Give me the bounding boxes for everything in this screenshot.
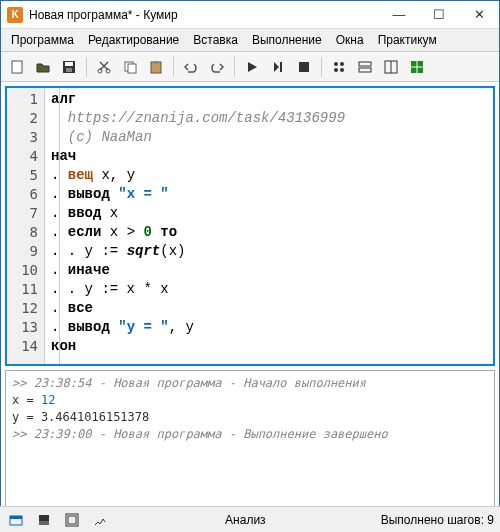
svg-rect-26 — [39, 521, 49, 525]
menu-практикум[interactable]: Практикум — [372, 31, 443, 49]
line-number: 1 — [9, 90, 38, 109]
window-controls: ― ☐ ✕ — [379, 1, 499, 29]
svg-rect-16 — [359, 62, 371, 66]
stop-button[interactable] — [292, 55, 316, 79]
code-line[interactable]: . вещ x, y — [51, 166, 487, 185]
line-number: 2 — [9, 109, 38, 128]
status-icon-3[interactable] — [62, 510, 82, 530]
menu-вставка[interactable]: Вставка — [187, 31, 244, 49]
new-button[interactable] — [5, 55, 29, 79]
redo-button[interactable] — [205, 55, 229, 79]
svg-point-12 — [334, 62, 338, 66]
step-button[interactable] — [266, 55, 290, 79]
code-line[interactable]: нач — [51, 147, 487, 166]
console-line: >> 23:39:00 - Новая программа - Выполнен… — [12, 426, 488, 443]
save-button[interactable] — [57, 55, 81, 79]
line-number: 8 — [9, 223, 38, 242]
layout2-button[interactable] — [353, 55, 377, 79]
run-button[interactable] — [240, 55, 264, 79]
layout4-button[interactable] — [405, 55, 429, 79]
titlebar: K Новая программа* - Кумир ― ☐ ✕ — [1, 1, 499, 29]
line-number: 9 — [9, 242, 38, 261]
svg-rect-7 — [128, 64, 136, 73]
svg-rect-3 — [66, 68, 72, 72]
code-editor[interactable]: 1234567891011121314 алг https://znanija.… — [5, 86, 495, 366]
svg-rect-24 — [10, 516, 22, 519]
svg-rect-28 — [68, 516, 76, 524]
maximize-button[interactable]: ☐ — [419, 1, 459, 29]
margin-line — [59, 88, 60, 364]
code-line[interactable]: . если x > 0 то — [51, 223, 487, 242]
code-line[interactable]: алг — [51, 90, 487, 109]
line-number: 5 — [9, 166, 38, 185]
code-line[interactable]: https://znanija.com/task/43136999 — [51, 109, 487, 128]
code-line[interactable]: . вывод "y = ", y — [51, 318, 487, 337]
line-number: 11 — [9, 280, 38, 299]
menubar: ПрограммаРедактированиеВставкаВыполнение… — [1, 29, 499, 52]
status-icon-2[interactable] — [34, 510, 54, 530]
line-number: 14 — [9, 337, 38, 356]
window-title: Новая программа* - Кумир — [29, 8, 379, 22]
menu-редактирование[interactable]: Редактирование — [82, 31, 185, 49]
cut-button[interactable] — [92, 55, 116, 79]
undo-button[interactable] — [179, 55, 203, 79]
layout3-button[interactable] — [379, 55, 403, 79]
app-icon: K — [7, 7, 23, 23]
svg-point-15 — [340, 68, 344, 72]
line-number: 10 — [9, 261, 38, 280]
svg-rect-0 — [12, 61, 22, 73]
code-line[interactable]: . ввод x — [51, 204, 487, 223]
menu-окна[interactable]: Окна — [330, 31, 370, 49]
code-line[interactable]: . . y := sqrt(x) — [51, 242, 487, 261]
minimize-button[interactable]: ― — [379, 1, 419, 29]
steps-label: Выполнено шагов: 9 — [381, 513, 494, 527]
toolbar — [1, 52, 499, 82]
separator — [173, 57, 174, 77]
line-number: 6 — [9, 185, 38, 204]
statusbar: Анализ Выполнено шагов: 9 — [0, 506, 500, 532]
svg-rect-9 — [154, 61, 158, 64]
code-line[interactable]: . иначе — [51, 261, 487, 280]
code-line[interactable]: . все — [51, 299, 487, 318]
line-number: 7 — [9, 204, 38, 223]
line-number: 4 — [9, 147, 38, 166]
code-area[interactable]: алг https://znanija.com/task/43136999 (c… — [45, 88, 493, 364]
copy-button[interactable] — [118, 55, 142, 79]
separator — [234, 57, 235, 77]
close-button[interactable]: ✕ — [459, 1, 499, 29]
line-gutter: 1234567891011121314 — [7, 88, 45, 364]
svg-rect-2 — [65, 62, 73, 66]
console-line: y = 3.4641016151378 — [12, 409, 488, 426]
layout1-button[interactable] — [327, 55, 351, 79]
status-icon-1[interactable] — [6, 510, 26, 530]
svg-rect-17 — [359, 68, 371, 72]
line-number: 3 — [9, 128, 38, 147]
analysis-label: Анализ — [225, 513, 266, 527]
status-icon-4[interactable] — [90, 510, 110, 530]
separator — [86, 57, 87, 77]
svg-point-13 — [340, 62, 344, 66]
line-number: 12 — [9, 299, 38, 318]
code-line[interactable]: . . y := x * x — [51, 280, 487, 299]
code-line[interactable]: . вывод "x = " — [51, 185, 487, 204]
console-line: >> 23:38:54 - Новая программа - Начало в… — [12, 375, 488, 392]
open-button[interactable] — [31, 55, 55, 79]
console-line: x = 12 — [12, 392, 488, 409]
code-line[interactable]: кон — [51, 337, 487, 356]
svg-rect-11 — [299, 62, 309, 72]
svg-point-14 — [334, 68, 338, 72]
line-number: 13 — [9, 318, 38, 337]
menu-выполнение[interactable]: Выполнение — [246, 31, 328, 49]
svg-rect-10 — [280, 62, 282, 72]
separator — [321, 57, 322, 77]
code-line[interactable]: (c) NaaMan — [51, 128, 487, 147]
output-console[interactable]: >> 23:38:54 - Новая программа - Начало в… — [5, 370, 495, 512]
menu-программа[interactable]: Программа — [5, 31, 80, 49]
paste-button[interactable] — [144, 55, 168, 79]
